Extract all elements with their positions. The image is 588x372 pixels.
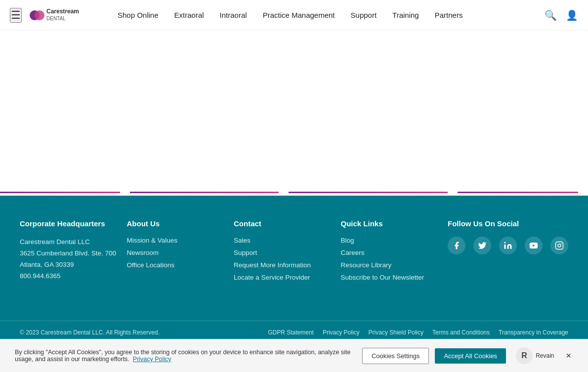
footer-link-locate-service[interactable]: Locate a Service Provider <box>234 274 341 281</box>
main-content <box>0 31 588 189</box>
footer-link-office-locations[interactable]: Office Locations <box>127 261 234 269</box>
footer-link-gdpr[interactable]: GDPR Statement <box>268 329 314 336</box>
footer-col-social-title: Follow Us On Social <box>448 219 568 228</box>
footer-col-corporate-title: Corporate Headquarters <box>20 219 127 228</box>
nav-item-training[interactable]: Training <box>392 11 419 19</box>
main-nav: Shop Online Extraoral Intraoral Practice… <box>118 11 545 19</box>
svg-point-4 <box>504 242 506 244</box>
nav-item-shop-online[interactable]: Shop Online <box>118 11 159 19</box>
svg-text:Carestream: Carestream <box>46 8 79 15</box>
accept-all-cookies-button[interactable]: Accept All Cookies <box>435 348 506 364</box>
facebook-icon[interactable] <box>448 237 465 254</box>
nav-item-support[interactable]: Support <box>351 11 377 19</box>
nav-item-intraoral[interactable]: Intraoral <box>220 11 247 19</box>
copyright-text: © 2023 Carestream Dental LLC. All Rights… <box>20 329 160 336</box>
svg-text:DENTAL: DENTAL <box>46 16 66 21</box>
logo[interactable]: Carestream DENTAL <box>29 5 98 25</box>
footer-col-quick-links-title: Quick Links <box>341 219 448 228</box>
search-button[interactable]: 🔍 <box>545 9 557 21</box>
cookie-banner-close-button[interactable]: × <box>564 351 573 361</box>
address-line-1: Carestream Dental LLC <box>20 238 90 246</box>
twitter-icon[interactable] <box>473 237 491 254</box>
footer-body: Corporate Headquarters Carestream Dental… <box>0 196 588 321</box>
divider-line-1 <box>0 192 120 193</box>
footer-link-blog[interactable]: Blog <box>341 237 448 244</box>
footer-link-subscribe-newsletter[interactable]: Subscribe to Our Newsletter <box>341 274 448 281</box>
header: ☰ Carestream DENTAL Shop Online Extraora… <box>0 0 588 31</box>
footer-col-contact-title: Contact <box>234 219 341 228</box>
footer-link-transparency[interactable]: Transparency in Coverage <box>499 329 568 336</box>
user-icon: 👤 <box>566 10 578 21</box>
footer-col-quick-links: Quick Links Blog Careers Resource Librar… <box>341 219 448 286</box>
header-icons: 🔍 👤 <box>545 9 578 21</box>
svg-point-8 <box>561 243 562 244</box>
footer-col-about-title: About Us <box>127 219 234 228</box>
svg-point-1 <box>35 10 44 20</box>
privacy-policy-link[interactable]: Privacy Policy <box>133 356 171 363</box>
youtube-icon[interactable] <box>525 237 543 254</box>
linkedin-icon[interactable] <box>499 237 517 254</box>
cookie-text: By clicking "Accept All Cookies", you ag… <box>15 349 352 363</box>
revain-label: Revain <box>536 352 554 359</box>
instagram-icon[interactable] <box>550 237 568 254</box>
footer-address: Carestream Dental LLC 3625 Cumberland Bl… <box>20 237 127 282</box>
footer: Corporate Headquarters Carestream Dental… <box>0 196 588 344</box>
cookies-settings-button[interactable]: Cookies Settings <box>362 348 429 364</box>
hamburger-menu-button[interactable]: ☰ <box>10 8 22 23</box>
footer-link-resource-library[interactable]: Resource Library <box>341 261 448 269</box>
footer-link-newsroom[interactable]: Newsroom <box>127 249 234 256</box>
footer-columns: Corporate Headquarters Carestream Dental… <box>20 219 568 286</box>
footer-link-terms[interactable]: Terms and Conditions <box>432 329 490 336</box>
nav-item-practice-management[interactable]: Practice Management <box>263 11 335 19</box>
footer-col-about: About Us Mission & Values Newsroom Offic… <box>127 219 234 286</box>
nav-item-partners[interactable]: Partners <box>435 11 463 19</box>
address-line-2: 3625 Cumberland Blvd. Ste. 700 <box>20 249 116 257</box>
footer-link-sales[interactable]: Sales <box>234 237 341 244</box>
cookie-buttons: Cookies Settings Accept All Cookies <box>362 348 506 364</box>
divider-line-4 <box>458 192 578 193</box>
footer-link-request-more-info[interactable]: Request More Information <box>234 261 341 269</box>
search-icon: 🔍 <box>545 10 557 21</box>
address-line-3: Atlanta, GA 30339 <box>20 261 74 268</box>
footer-col-contact: Contact Sales Support Request More Infor… <box>234 219 341 286</box>
footer-link-mission-values[interactable]: Mission & Values <box>127 237 234 244</box>
footer-link-privacy-policy[interactable]: Privacy Policy <box>323 329 360 336</box>
footer-link-privacy-shield[interactable]: Privacy Shield Policy <box>369 329 423 336</box>
social-icons-row <box>448 237 568 254</box>
divider-line-3 <box>289 192 447 193</box>
divider-section <box>0 189 588 196</box>
footer-link-careers[interactable]: Careers <box>341 249 448 256</box>
cookie-text-content: By clicking "Accept All Cookies", you ag… <box>15 349 350 363</box>
svg-point-7 <box>558 244 561 247</box>
footer-col-corporate: Corporate Headquarters Carestream Dental… <box>20 219 127 286</box>
revain-badge: R Revain <box>516 347 554 364</box>
address-phone: 800.944.6365 <box>20 272 61 280</box>
footer-col-social: Follow Us On Social <box>448 219 568 286</box>
revain-logo: R <box>516 347 533 364</box>
footer-link-support[interactable]: Support <box>234 249 341 256</box>
nav-item-extraoral[interactable]: Extraoral <box>174 11 204 19</box>
svg-rect-6 <box>556 242 563 249</box>
footer-bottom-links: GDPR Statement Privacy Policy Privacy Sh… <box>268 329 568 336</box>
user-account-button[interactable]: 👤 <box>566 9 578 21</box>
cookie-banner: By clicking "Accept All Cookies", you ag… <box>0 339 588 372</box>
divider-line-2 <box>130 192 279 193</box>
